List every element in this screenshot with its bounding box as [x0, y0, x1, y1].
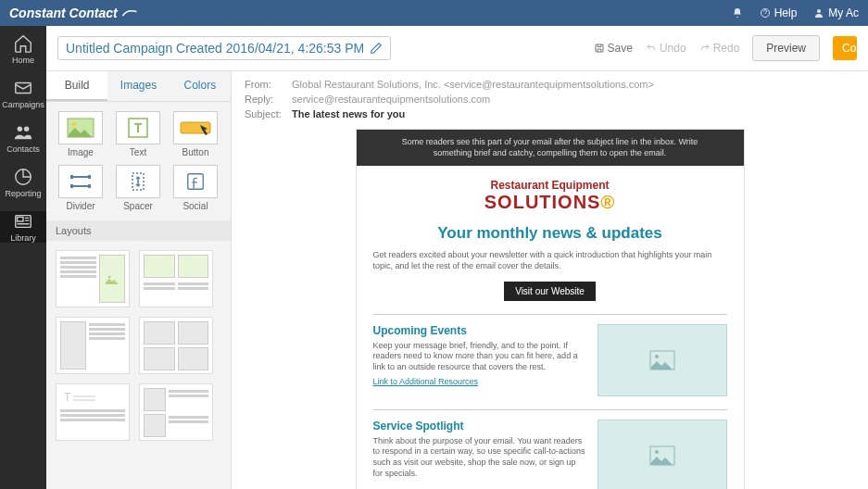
layout-thumb[interactable]	[139, 383, 213, 441]
logo-block[interactable]: Restaurant Equipment SOLUTIONS®	[373, 179, 727, 213]
brand-text: Constant Contact	[9, 6, 118, 20]
email-preview: Some readers see this part of your email…	[356, 129, 745, 489]
layout-thumb[interactable]	[56, 250, 130, 307]
help-link[interactable]: Help	[760, 6, 798, 19]
home-icon	[13, 33, 33, 54]
section-upcoming-events[interactable]: Upcoming Events Keep your message brief,…	[373, 324, 727, 396]
redo-icon	[699, 43, 711, 54]
library-icon	[13, 211, 33, 232]
email-from[interactable]: From: Global Restaurant Solutions, Inc. …	[245, 79, 855, 90]
pie-chart-icon	[13, 167, 33, 187]
continue-button[interactable]: Co	[833, 36, 857, 60]
layout-thumb[interactable]	[139, 317, 213, 374]
help-icon	[760, 7, 771, 19]
from-value: Global Restaurant Solutions, Inc. <servi…	[292, 79, 654, 90]
logo-line2: SOLUTIONS	[484, 192, 601, 212]
nav-home[interactable]: Home	[0, 33, 46, 65]
image-icon	[105, 273, 120, 284]
nav-campaigns[interactable]: Campaigns	[0, 78, 46, 109]
cta-button-block[interactable]: Visit our Website	[373, 282, 727, 301]
layout-thumb[interactable]: T	[56, 383, 130, 441]
svg-point-22	[108, 276, 111, 279]
from-label: From:	[245, 79, 289, 90]
svg-rect-7	[18, 217, 23, 221]
block-spacer[interactable]: Spacer	[113, 165, 163, 211]
email-reply[interactable]: Reply: service@restaurantequipmentsoluti…	[245, 94, 855, 105]
account-label: My Ac	[828, 6, 859, 19]
subject-value: The latest news for you	[292, 108, 405, 119]
nav-label: Contacts	[0, 144, 46, 154]
section-body: Keep your message brief, friendly, and t…	[373, 341, 586, 373]
text-icon: T	[60, 391, 97, 404]
subject-label: Subject:	[245, 108, 289, 119]
intro-text-block[interactable]: Get readers excited about your newslette…	[373, 250, 727, 271]
left-nav: Home Campaigns Contacts Reporting Librar…	[0, 26, 46, 489]
block-button[interactable]: Button	[170, 111, 220, 157]
headline-block[interactable]: Your monthly news & updates	[373, 224, 727, 243]
svg-text:T: T	[134, 120, 143, 135]
undo-button[interactable]: Undo	[646, 42, 686, 55]
nav-label: Home	[0, 56, 46, 65]
block-label: Divider	[56, 201, 106, 211]
email-subject[interactable]: Subject: The latest news for you	[245, 108, 855, 119]
block-divider[interactable]: Divider	[56, 165, 106, 211]
block-image[interactable]: Image	[56, 111, 106, 157]
divider-line	[373, 314, 727, 315]
svg-rect-21	[188, 174, 204, 190]
layout-thumb[interactable]	[56, 317, 130, 374]
tab-images[interactable]: Images	[107, 71, 169, 101]
campaign-title-input[interactable]: Untitled Campaign Created 2016/04/21, 4:…	[57, 36, 391, 60]
save-label: Save	[608, 42, 633, 55]
user-icon	[813, 7, 824, 19]
nav-reporting[interactable]: Reporting	[0, 167, 46, 198]
email-canvas: From: Global Restaurant Solutions, Inc. …	[232, 71, 868, 489]
nav-library[interactable]: Library	[0, 211, 46, 243]
block-social[interactable]: Social	[170, 165, 220, 211]
nav-contacts[interactable]: Contacts	[0, 122, 46, 154]
save-icon	[594, 43, 605, 54]
logo-line1: Restaurant Equipment	[373, 179, 727, 192]
section-link[interactable]: Link to Additional Resources	[373, 377, 479, 386]
account-link[interactable]: My Ac	[813, 6, 859, 19]
envelope-stack-icon	[13, 78, 33, 98]
layout-thumb[interactable]	[139, 250, 213, 307]
nav-label: Library	[0, 233, 46, 243]
campaign-title-text: Untitled Campaign Created 2016/04/21, 4:…	[66, 41, 370, 56]
save-button[interactable]: Save	[594, 42, 633, 55]
svg-rect-8	[596, 44, 603, 52]
layouts-palette: T	[46, 241, 231, 450]
builder-sidebar: Build Images Colors Image T Text	[46, 71, 232, 489]
svg-point-4	[24, 127, 29, 132]
section-body: Think about the purpose of your email. Y…	[373, 436, 586, 480]
image-placeholder[interactable]	[598, 324, 727, 396]
svg-rect-2	[16, 83, 31, 94]
divider-icon	[67, 171, 94, 192]
nav-label: Reporting	[0, 189, 46, 198]
image-placeholder[interactable]	[598, 420, 727, 489]
block-palette: Image T Text Button Divider	[46, 102, 231, 220]
tab-colors[interactable]: Colors	[170, 71, 231, 101]
block-label: Social	[170, 201, 220, 211]
svg-rect-19	[88, 184, 91, 188]
block-label: Button	[170, 147, 220, 157]
tab-build[interactable]: Build	[46, 71, 107, 101]
title-bar: Untitled Campaign Created 2016/04/21, 4:…	[46, 26, 868, 71]
svg-point-10	[72, 122, 77, 127]
pencil-icon	[370, 42, 383, 55]
divider-line	[373, 409, 727, 410]
block-text[interactable]: T Text	[113, 111, 163, 157]
svg-rect-17	[88, 175, 91, 179]
preview-button[interactable]: Preview	[752, 35, 820, 61]
section-service-spotlight[interactable]: Service Spotlight Think about the purpos…	[373, 420, 727, 489]
undo-icon	[646, 43, 657, 54]
preheader-block[interactable]: Some readers see this part of your email…	[357, 130, 744, 166]
block-label: Image	[56, 147, 106, 157]
notifications-button[interactable]	[732, 7, 743, 19]
svg-point-3	[18, 127, 22, 132]
brand-logo: Constant Contact	[9, 6, 138, 20]
layouts-heading: Layouts	[46, 220, 231, 241]
svg-point-1	[817, 9, 821, 13]
help-label: Help	[774, 6, 798, 19]
redo-button[interactable]: Redo	[699, 42, 740, 55]
block-label: Spacer	[113, 201, 163, 211]
